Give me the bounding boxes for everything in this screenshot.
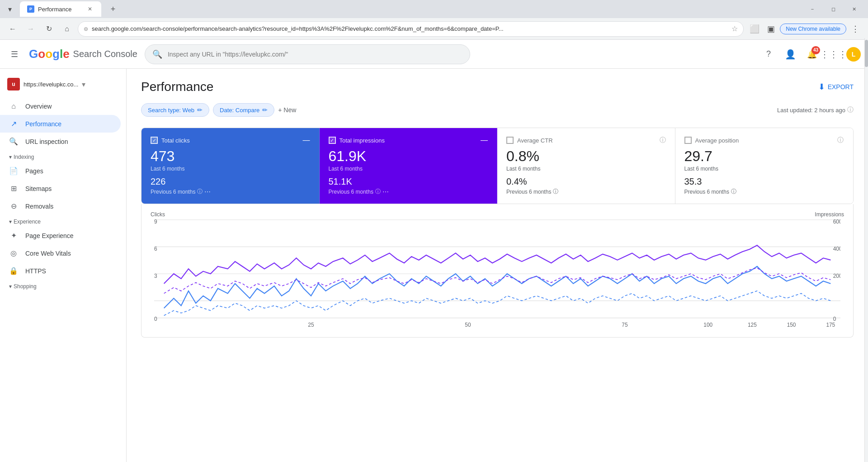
impressions-dash[interactable]: — (481, 136, 488, 144)
forward-button[interactable]: → (24, 22, 38, 36)
tab-favicon: P (27, 5, 34, 13)
clicks-checkbox[interactable]: ✓ (151, 137, 158, 144)
clicks-dash[interactable]: — (303, 136, 310, 144)
menu-icon[interactable]: ⋮ (848, 22, 863, 36)
sidebar-item-core-web-vitals[interactable]: ◎ Core Web Vitals (0, 244, 121, 262)
sidebar-item-overview[interactable]: ⌂ Overview (0, 98, 121, 115)
extensions-icon[interactable]: ⬜ (747, 22, 762, 36)
position-period: Last 6 months (684, 166, 844, 172)
hamburger-menu[interactable]: ☰ (7, 47, 22, 62)
svg-text:25: 25 (308, 322, 314, 328)
sitemaps-icon: ⊞ (9, 184, 18, 193)
page-experience-icon: ✦ (9, 231, 18, 240)
address-bar[interactable]: ⊜ search.google.com/search-console/perfo… (78, 21, 744, 37)
position-checkbox[interactable] (684, 137, 692, 144)
metric-impressions[interactable]: ✓ Total impressions — 61.9K Last 6 month… (320, 128, 498, 204)
account-settings-button[interactable]: 👤 (781, 45, 799, 63)
edit-search-type-icon: ✏ (197, 106, 203, 114)
sidebar-item-performance[interactable]: ↗ Performance (0, 115, 121, 133)
metric-ctr[interactable]: Average CTR ⓘ 0.8% Last 6 months 0.4% Pr… (497, 128, 675, 204)
active-tab[interactable]: P Performance ✕ (20, 1, 101, 17)
header-search[interactable]: 🔍 (145, 44, 470, 64)
page-title: Performance (141, 80, 213, 94)
position-label: Average position (695, 137, 739, 144)
search-icon: 🔍 (152, 49, 162, 59)
property-chevron: ▾ (82, 80, 85, 89)
metric-position[interactable]: Average position ⓘ 29.7 Last 6 months 35… (675, 128, 854, 204)
sidebar-label-url-inspection: URL inspection (25, 138, 68, 145)
tab-title: Performance (38, 6, 71, 13)
sidebar-item-page-experience[interactable]: ✦ Page Experience (0, 227, 121, 244)
export-button[interactable]: ⬇ EXPORT (818, 82, 854, 92)
google-logo-g: Google (29, 47, 70, 61)
edit-date-icon: ✏ (262, 106, 268, 114)
url-display: search.google.com/search-console/perform… (92, 25, 728, 32)
sidebar-label-core-web-vitals: Core Web Vitals (25, 250, 71, 257)
svg-text:75: 75 (622, 322, 628, 328)
sidebar-label-removals: Removals (25, 203, 53, 210)
tab-close-button[interactable]: ✕ (86, 5, 94, 13)
page-content: Performance ⬇ EXPORT Search type: Web ✏ … (127, 69, 868, 462)
new-filter-label: + New (278, 106, 296, 114)
page-header: Performance ⬇ EXPORT (141, 80, 854, 94)
position-prev-period: Previous 6 months ⓘ (684, 188, 844, 195)
position-info-icon: ⓘ (837, 136, 844, 144)
url-inspection-icon: 🔍 (9, 137, 18, 146)
apps-button[interactable]: ⋮⋮⋮ (825, 45, 843, 63)
tab-list-expand[interactable]: ▾ (4, 3, 16, 15)
back-button[interactable]: ← (5, 22, 20, 36)
sidebar-section-indexing[interactable]: ▾ Indexing (0, 150, 126, 162)
new-tab-button[interactable]: + (107, 3, 119, 15)
filters-bar: Search type: Web ✏ Date: Compare ✏ + New… (141, 103, 854, 117)
scrollbar-track[interactable] (864, 38, 868, 462)
clicks-prev-period: Previous 6 months ⓘ ⋯ (151, 188, 310, 195)
performance-chart: 9 6 3 0 600 400 200 0 (154, 219, 840, 328)
property-url: https://levelupkc.co... (24, 81, 78, 88)
close-button[interactable]: ✕ (844, 0, 864, 18)
home-button[interactable]: ⌂ (60, 22, 74, 36)
position-prev-period-text: Previous 6 months (684, 189, 729, 195)
new-filter-button[interactable]: + New (278, 106, 296, 114)
scrollbar-thumb[interactable] (865, 40, 868, 67)
avatar[interactable]: L (846, 47, 861, 62)
search-type-label: Search type: Web (148, 107, 194, 114)
metric-clicks[interactable]: ✓ Total clicks — 473 Last 6 months 226 P… (142, 128, 320, 204)
help-button[interactable]: ? (760, 45, 778, 63)
sidebar-label-overview: Overview (25, 103, 52, 110)
impressions-period: Last 6 months (329, 166, 488, 172)
sidebar-item-pages[interactable]: 📄 Pages (0, 162, 121, 180)
impressions-more-icon[interactable]: ⋯ (382, 188, 389, 195)
search-type-filter[interactable]: Search type: Web ✏ (141, 103, 209, 117)
star-icon[interactable]: ☆ (731, 24, 738, 33)
impressions-checkbox[interactable]: ✓ (329, 137, 336, 144)
svg-text:175: 175 (826, 322, 835, 328)
svg-text:3: 3 (154, 273, 157, 279)
sidebar-item-https[interactable]: 🔒 HTTPS (0, 262, 121, 280)
minimize-button[interactable]: − (802, 0, 823, 18)
chart-y-left-label: Clicks (151, 211, 165, 218)
notifications-button[interactable]: 🔔 43 (803, 45, 821, 63)
profile-icon[interactable]: ▣ (764, 22, 778, 36)
ctr-checkbox[interactable] (506, 137, 514, 144)
search-input[interactable] (168, 51, 462, 58)
info-icon: ⓘ (847, 106, 854, 114)
chevron-down-icon-shopping: ▾ (9, 283, 12, 290)
sidebar-item-sitemaps[interactable]: ⊞ Sitemaps (0, 180, 121, 197)
sidebar-item-url-inspection[interactable]: 🔍 URL inspection (0, 133, 121, 150)
sidebar-label-page-experience: Page Experience (25, 232, 74, 239)
position-prev-value: 35.3 (684, 176, 844, 187)
https-icon: 🔒 (9, 267, 18, 275)
new-chrome-button[interactable]: New Chrome available (780, 24, 846, 34)
reload-button[interactable]: ↻ (42, 22, 56, 36)
security-icon: ⊜ (84, 26, 88, 32)
maximize-button[interactable]: ◻ (823, 0, 844, 18)
sidebar-section-experience[interactable]: ▾ Experience (0, 215, 126, 227)
clicks-more-icon[interactable]: ⋯ (204, 188, 211, 195)
app-name: Search Console (73, 49, 137, 59)
date-filter[interactable]: Date: Compare ✏ (213, 103, 274, 117)
clicks-label: Total clicks (161, 137, 190, 144)
sidebar-section-shopping[interactable]: ▾ Shopping (0, 280, 126, 291)
property-selector[interactable]: u https://levelupkc.co... ▾ (0, 74, 126, 98)
sidebar-item-removals[interactable]: ⊖ Removals (0, 197, 121, 215)
svg-text:0: 0 (833, 316, 836, 322)
